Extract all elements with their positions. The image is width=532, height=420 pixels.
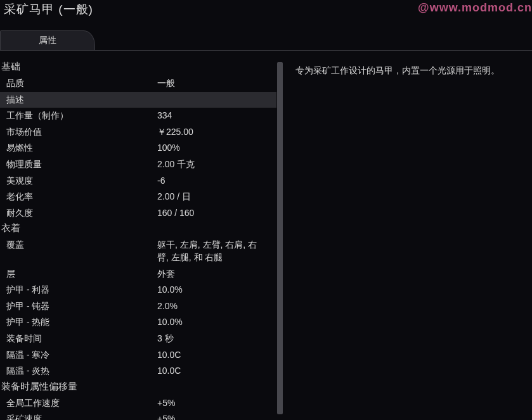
stat-row[interactable]: 隔温 - 寒冷 10.0C xyxy=(0,347,276,364)
stat-value: 一般 xyxy=(157,77,276,90)
stat-label: 装备时间 xyxy=(6,333,157,345)
stat-row[interactable]: 采矿速度 +5% xyxy=(0,411,276,420)
stat-row[interactable]: 层 外套 xyxy=(0,266,276,283)
stat-label: 层 xyxy=(6,268,157,281)
stat-value: 2.0% xyxy=(157,300,276,313)
stat-label: 覆盖 xyxy=(6,239,157,264)
section-header-offsets: 装备时属性偏移量 xyxy=(0,379,276,395)
stat-row[interactable]: 工作量（制作） 334 xyxy=(0,108,276,124)
stat-row[interactable]: 美观度 -6 xyxy=(0,173,276,189)
stat-label: 市场价值 xyxy=(6,126,157,139)
stat-value: 10.0C xyxy=(157,365,276,378)
stat-row[interactable]: 品质 一般 xyxy=(0,75,276,92)
stat-label: 耐久度 xyxy=(6,207,157,220)
description-pane: 专为采矿工作设计的马甲，内置一个光源用于照明。 xyxy=(283,51,532,419)
stat-row[interactable]: 市场价值 ￥225.00 xyxy=(0,124,276,141)
stat-row[interactable]: 老化率 2.00 / 日 xyxy=(0,189,276,205)
stat-row[interactable]: 全局工作速度 +5% xyxy=(0,395,276,412)
stat-label: 物理质量 xyxy=(6,158,157,171)
tab-row: 属性 xyxy=(0,30,532,51)
content-area: 基础 品质 一般 描述 工作量（制作） 334 市场价值 ￥225.00 易燃性… xyxy=(0,51,532,419)
stat-value: 100% xyxy=(157,142,276,155)
stat-row[interactable]: 覆盖 躯干, 左肩, 左臂, 右肩, 右臂, 左腿, 和 右腿 xyxy=(0,237,276,265)
stat-label: 护甲 - 钝器 xyxy=(6,300,157,313)
stat-value: 2.00 千克 xyxy=(157,158,276,171)
stat-row[interactable]: 装备时间 3 秒 xyxy=(0,331,276,347)
stat-label: 采矿速度 xyxy=(6,413,157,420)
stat-row[interactable]: 护甲 - 利器 10.0% xyxy=(0,282,276,298)
section-header-basic: 基础 xyxy=(0,60,276,75)
stat-value: 10.0% xyxy=(157,284,276,296)
stat-value: 334 xyxy=(157,110,276,122)
stat-value: 10.0C xyxy=(157,349,276,362)
stat-label: 隔温 - 寒冷 xyxy=(6,349,157,362)
stat-value: -6 xyxy=(157,175,276,188)
stat-value: 2.00 / 日 xyxy=(157,191,276,203)
stat-value: 10.0% xyxy=(157,316,276,329)
stat-label: 描述 xyxy=(6,94,157,106)
stat-value: 160 / 160 xyxy=(157,207,276,220)
stat-value xyxy=(157,94,276,106)
stat-row[interactable]: 描述 xyxy=(0,92,276,108)
tab-stats[interactable]: 属性 xyxy=(0,30,95,50)
stat-row[interactable]: 隔温 - 炎热 10.0C xyxy=(0,363,276,379)
stat-label: 护甲 - 利器 xyxy=(6,284,157,296)
stat-row[interactable]: 耐久度 160 / 160 xyxy=(0,205,276,222)
stat-label: 护甲 - 热能 xyxy=(6,316,157,329)
stat-row[interactable]: 物理质量 2.00 千克 xyxy=(0,156,276,173)
stats-pane: 基础 品质 一般 描述 工作量（制作） 334 市场价值 ￥225.00 易燃性… xyxy=(0,51,283,419)
stat-value: 外套 xyxy=(157,268,276,281)
stat-label: 全局工作速度 xyxy=(6,397,157,410)
stat-row[interactable]: 易燃性 100% xyxy=(0,140,276,156)
scrollbar[interactable] xyxy=(277,62,283,414)
stat-value: +5% xyxy=(157,397,276,410)
description-text: 专为采矿工作设计的马甲，内置一个光源用于照明。 xyxy=(295,65,524,77)
stat-value: ￥225.00 xyxy=(157,126,276,139)
stat-value: 躯干, 左肩, 左臂, 右肩, 右臂, 左腿, 和 右腿 xyxy=(157,239,276,264)
stat-value: 3 秒 xyxy=(157,333,276,345)
stat-label: 易燃性 xyxy=(6,142,157,155)
stat-label: 老化率 xyxy=(6,191,157,203)
stat-label: 工作量（制作） xyxy=(6,110,157,122)
section-header-apparel: 衣着 xyxy=(0,221,276,237)
stat-row[interactable]: 护甲 - 钝器 2.0% xyxy=(0,298,276,315)
stat-label: 美观度 xyxy=(6,175,157,188)
stat-value: +5% xyxy=(157,413,276,420)
stat-label: 隔温 - 炎热 xyxy=(6,365,157,378)
watermark: @www.modmod.cn xyxy=(418,1,532,15)
stat-row[interactable]: 护甲 - 热能 10.0% xyxy=(0,314,276,331)
stat-label: 品质 xyxy=(6,77,157,90)
